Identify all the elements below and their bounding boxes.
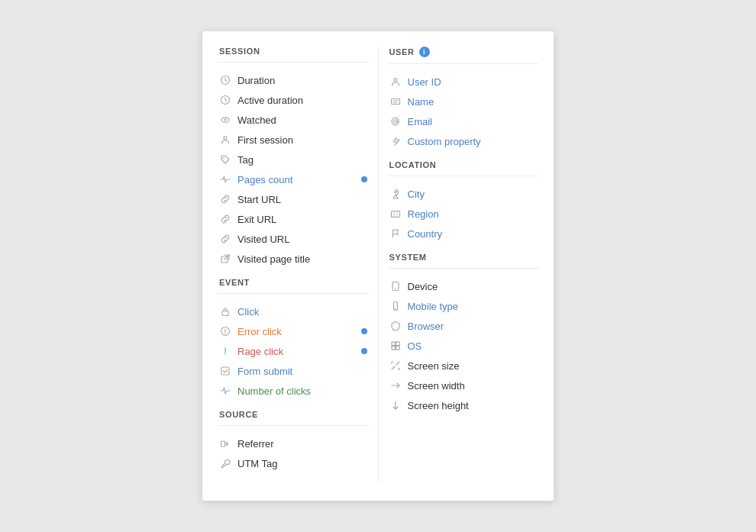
item-tag[interactable]: Tag: [218, 150, 369, 169]
svg-rect-7: [222, 311, 228, 316]
svg-rect-28: [392, 347, 396, 350]
item-mobile-type[interactable]: Mobile type: [388, 296, 539, 316]
svg-point-19: [393, 120, 396, 123]
item-screen-height[interactable]: Screen height: [388, 395, 539, 415]
item-label-utm-tag: UTM Tag: [237, 458, 278, 469]
pin-icon: [389, 188, 402, 200]
item-utm-tag[interactable]: UTM Tag: [218, 453, 369, 473]
item-visited-url[interactable]: Visited URL: [218, 229, 369, 249]
item-label-custom-property: Custom property: [408, 136, 481, 147]
checkbox-icon: [219, 365, 231, 377]
right-column: USERiUser IDNameEmailCustom propertyLOCA…: [378, 47, 554, 482]
arrow-right-icon: [389, 379, 402, 392]
item-rage-click[interactable]: Rage click: [218, 341, 369, 361]
item-label-watched: Watched: [237, 114, 276, 126]
item-region[interactable]: Region: [388, 204, 539, 224]
item-pages-count[interactable]: Pages count: [218, 169, 369, 189]
item-label-first-session: First session: [237, 134, 293, 146]
item-screen-size[interactable]: Screen size: [388, 356, 539, 376]
item-number-of-clicks[interactable]: Number of clicks: [218, 381, 369, 401]
item-label-user-id: User ID: [408, 76, 441, 88]
clock-icon: [219, 74, 231, 86]
arrow-down-icon: [389, 399, 402, 411]
svg-point-15: [394, 79, 397, 82]
section-system: SYSTEMDeviceMobile typeBrowserOSScreen s…: [388, 253, 539, 415]
wrench-icon: [219, 457, 231, 469]
svg-rect-14: [221, 441, 225, 447]
item-label-start-url: Start URL: [237, 194, 281, 205]
item-label-browser: Browser: [408, 321, 444, 332]
item-label-number-of-clicks: Number of clicks: [237, 385, 311, 397]
item-exit-url[interactable]: Exit URL: [218, 209, 369, 229]
item-email[interactable]: Email: [388, 111, 539, 131]
section-title-session: SESSION: [218, 47, 369, 56]
item-label-duration: Duration: [237, 75, 275, 86]
item-name[interactable]: Name: [388, 92, 539, 111]
item-label-country: Country: [408, 228, 443, 240]
windows-icon: [389, 340, 402, 352]
item-screen-width[interactable]: Screen width: [388, 376, 539, 395]
item-label-os: OS: [408, 340, 422, 352]
item-error-click[interactable]: Error click: [218, 321, 369, 341]
section-title-user: USERi: [388, 47, 539, 57]
svg-rect-27: [396, 342, 399, 346]
section-title-system: SYSTEM: [388, 253, 539, 262]
eye-icon: [219, 114, 231, 126]
item-country[interactable]: Country: [388, 224, 539, 243]
item-label-mobile-type: Mobile type: [408, 301, 458, 312]
item-first-session[interactable]: First session: [218, 130, 369, 150]
link-icon: [219, 193, 231, 205]
item-visited-page-title[interactable]: Visited page title: [218, 249, 369, 269]
info-icon[interactable]: i: [419, 47, 430, 57]
exclaim-icon: [219, 345, 231, 357]
svg-point-3: [225, 119, 227, 121]
resize-icon: [389, 360, 402, 372]
item-referrer[interactable]: Referrer: [218, 434, 369, 453]
svg-point-5: [223, 157, 225, 159]
svg-rect-13: [221, 367, 229, 375]
section-session: SESSIONDurationActive durationWatchedFir…: [218, 47, 369, 269]
item-browser[interactable]: Browser: [388, 316, 539, 336]
item-label-referrer: Referrer: [237, 438, 274, 450]
item-start-url[interactable]: Start URL: [218, 189, 369, 209]
left-column: SESSIONDurationActive durationWatchedFir…: [202, 47, 378, 482]
phone-icon: [389, 300, 402, 312]
item-label-form-submit: Form submit: [237, 366, 292, 377]
section-user: USERiUser IDNameEmailCustom property: [388, 47, 539, 151]
item-label-rage-click: Rage click: [237, 346, 283, 357]
svg-point-12: [225, 353, 226, 355]
link-icon: [219, 233, 231, 245]
error-icon: [219, 325, 231, 337]
item-label-pages-count: Pages count: [237, 174, 292, 185]
flag-icon: [389, 227, 402, 240]
item-label-name: Name: [408, 96, 435, 108]
item-form-submit[interactable]: Form submit: [218, 361, 369, 381]
item-watched[interactable]: Watched: [218, 110, 369, 130]
share-icon: [219, 437, 231, 450]
item-label-error-click: Error click: [237, 326, 282, 337]
item-label-screen-height: Screen height: [408, 400, 469, 411]
item-click[interactable]: Click: [218, 301, 369, 321]
item-duration[interactable]: Duration: [218, 70, 369, 90]
badge: [361, 176, 367, 182]
lock-icon: [219, 305, 231, 318]
shield-icon: [389, 320, 402, 332]
section-title-location: LOCATION: [388, 160, 539, 169]
tag-icon: [219, 153, 231, 166]
item-os[interactable]: OS: [388, 336, 539, 356]
item-label-screen-width: Screen width: [408, 380, 465, 392]
section-source: SOURCEReferrerUTM Tag: [218, 410, 369, 473]
item-city[interactable]: City: [388, 184, 539, 204]
item-label-exit-url: Exit URL: [237, 214, 276, 225]
item-user-id[interactable]: User ID: [388, 72, 539, 92]
svg-point-20: [394, 191, 396, 193]
item-label-email: Email: [408, 116, 433, 127]
item-label-screen-size: Screen size: [408, 360, 460, 372]
person-icon: [219, 134, 231, 146]
item-active-duration[interactable]: Active duration: [218, 90, 369, 110]
svg-rect-21: [391, 211, 399, 218]
name-icon: [389, 95, 402, 108]
item-custom-property[interactable]: Custom property: [388, 131, 539, 151]
item-device[interactable]: Device: [388, 276, 539, 296]
pulse-icon: [219, 385, 231, 397]
